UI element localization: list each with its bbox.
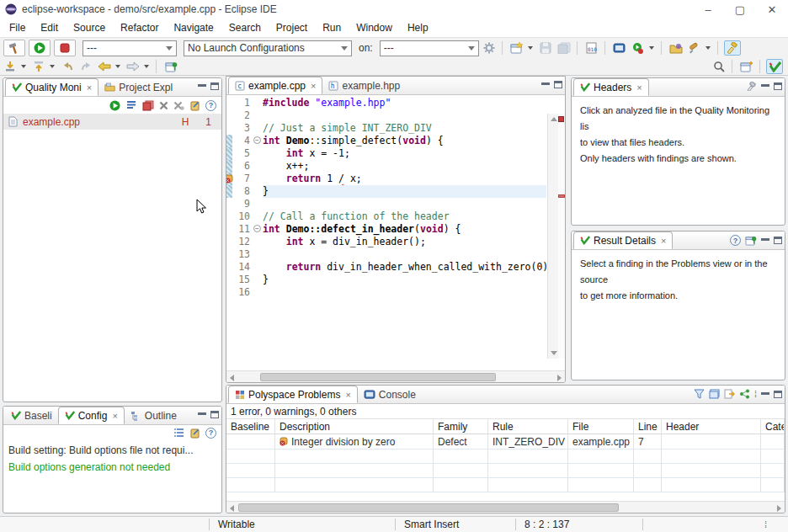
new-wizard-dropdown-caret[interactable]: [528, 46, 533, 50]
code-line-16[interactable]: 16: [226, 286, 546, 299]
open-report-icon[interactable]: [189, 100, 200, 111]
code-line-7[interactable]: 7 return 1 / x;: [226, 173, 546, 185]
tab-example-hpp[interactable]: h example.hpp: [322, 77, 406, 94]
code-line-11[interactable]: 11−int Demo::defect_in_header(void) {: [226, 223, 546, 236]
menu-search[interactable]: Search: [221, 20, 269, 35]
tab-polyspace-problems[interactable]: Polyspace Problems ×: [228, 386, 358, 403]
code-line-10[interactable]: 10// Call a function of the header: [226, 210, 546, 223]
maximize-panel-icon[interactable]: [210, 411, 219, 418]
export-log-icon[interactable]: [724, 389, 735, 399]
run-polyspace-button[interactable]: [29, 40, 51, 56]
save-all-icon[interactable]: [556, 40, 572, 56]
run-analysis-icon[interactable]: [109, 100, 120, 111]
code-line-1[interactable]: 1#include "example.hpp": [226, 97, 546, 109]
console-icon[interactable]: [611, 40, 628, 56]
close-tab-icon[interactable]: ×: [311, 81, 316, 91]
pin-view-icon[interactable]: [745, 236, 757, 246]
open-folder-icon[interactable]: [668, 40, 684, 56]
scroll-right-icon[interactable]: [777, 505, 781, 512]
code-line-5[interactable]: 5 int x = -1;: [226, 147, 546, 160]
tab-result-details[interactable]: Result Details ×: [573, 231, 673, 249]
column-header-baseline[interactable]: Baseline: [226, 419, 275, 434]
menu-run[interactable]: Run: [315, 20, 349, 35]
tab-baseline[interactable]: Baseli: [5, 407, 58, 424]
code-line-8[interactable]: 8}: [226, 185, 546, 198]
help-icon[interactable]: ?: [205, 100, 216, 111]
column-header-line[interactable]: Line: [634, 419, 662, 434]
minimize-panel-icon[interactable]: [761, 392, 769, 399]
menu-navigate[interactable]: Navigate: [166, 20, 221, 35]
maximize-panel-icon[interactable]: [210, 82, 219, 90]
minimize-panel-icon[interactable]: [198, 412, 206, 419]
column-header-rule[interactable]: Rule: [488, 419, 568, 434]
maximize-panel-icon[interactable]: [774, 237, 782, 244]
code-line-6[interactable]: 6 x++;: [226, 160, 546, 173]
last-edit-dropdown-caret[interactable]: [21, 65, 26, 68]
tab-headers[interactable]: Headers ×: [573, 78, 649, 96]
tab-configuration[interactable]: Config ×: [58, 407, 125, 424]
options-list-icon[interactable]: [173, 428, 184, 438]
next-annotation-dropdown-caret[interactable]: [50, 65, 55, 68]
tab-quality-monitoring[interactable]: Quality Moni ×: [5, 78, 98, 96]
scroll-left-icon[interactable]: [230, 505, 234, 512]
launch-configuration-combo[interactable]: No Launch Configurations: [184, 40, 352, 56]
fold-marker-icon[interactable]: −: [253, 223, 263, 236]
problems-horizontal-scrollbar[interactable]: [226, 501, 785, 513]
tab-project-explorer[interactable]: Project Expl: [98, 78, 178, 96]
code-line-2[interactable]: 2: [226, 109, 546, 122]
tab-console[interactable]: Console: [358, 386, 422, 403]
search-icon[interactable]: [711, 59, 727, 74]
pin-editor-icon[interactable]: [162, 59, 179, 74]
clear-icon[interactable]: [746, 82, 757, 91]
maximize-panel-icon[interactable]: [774, 391, 782, 398]
next-annotation-icon[interactable]: [30, 59, 47, 74]
close-tab-icon[interactable]: ×: [345, 390, 350, 400]
scrollbar-thumb[interactable]: [238, 503, 619, 512]
save-icon[interactable]: [537, 40, 554, 56]
maximize-panel-icon[interactable]: [774, 82, 782, 90]
close-tab-icon[interactable]: ×: [87, 82, 92, 93]
polyspace-perspective-icon[interactable]: [766, 59, 783, 74]
overview-ruler[interactable]: [558, 114, 565, 359]
menu-source[interactable]: Source: [66, 20, 113, 35]
rocket-dropdown-caret[interactable]: [705, 46, 711, 50]
build-hammer-button[interactable]: [3, 40, 25, 56]
menu-help[interactable]: Help: [400, 20, 436, 35]
code-line-12[interactable]: 12 int x = div_in_header();: [226, 236, 546, 248]
close-tab-icon[interactable]: ×: [112, 411, 117, 421]
scroll-left-icon[interactable]: [230, 375, 234, 381]
menu-window[interactable]: Window: [349, 20, 400, 35]
show-log-icon[interactable]: [125, 100, 137, 110]
help-icon[interactable]: ?: [205, 428, 216, 439]
analyzed-file-row[interactable]: example.cpp H 1: [3, 114, 221, 130]
code-line-4[interactable]: 4−int Demo::simple_defect(void) {: [226, 135, 546, 147]
run-dropdown-caret[interactable]: [649, 46, 654, 50]
scrollbar-thumb[interactable]: [260, 373, 496, 381]
binary-file-icon[interactable]: 010: [583, 40, 600, 56]
open-perspective-icon[interactable]: [738, 59, 755, 74]
polyspace-config-combo[interactable]: ---: [83, 40, 177, 56]
back-history-icon[interactable]: [59, 59, 76, 74]
forward-history-icon[interactable]: [77, 59, 94, 74]
remove-icon[interactable]: [159, 101, 168, 110]
menu-refactor[interactable]: Refactor: [113, 20, 166, 35]
target-combo[interactable]: ---: [380, 40, 479, 56]
scroll-down-icon[interactable]: [551, 351, 557, 355]
editor-vertical-scrollbar[interactable]: [547, 114, 558, 359]
minimize-panel-icon[interactable]: [761, 84, 769, 91]
error-gutter-icon[interactable]: [226, 173, 232, 185]
scroll-up-icon[interactable]: [551, 117, 557, 121]
column-header-cate[interactable]: Cate: [761, 419, 785, 434]
last-edit-location-icon[interactable]: [2, 59, 19, 74]
code-line-3[interactable]: 3// Just a simple INT_ZERO_DIV: [226, 122, 546, 135]
close-tab-icon[interactable]: ×: [661, 236, 666, 246]
column-header-family[interactable]: Family: [434, 419, 488, 434]
minimize-panel-icon[interactable]: [761, 238, 769, 245]
maximize-editor-icon[interactable]: [554, 81, 562, 88]
fold-marker-icon[interactable]: −: [253, 135, 263, 147]
group-view-icon[interactable]: [709, 389, 720, 399]
new-wizard-icon[interactable]: [508, 40, 525, 56]
menu-edit[interactable]: Edit: [33, 20, 66, 35]
column-header-file[interactable]: File: [568, 419, 634, 434]
scroll-right-icon[interactable]: [557, 375, 562, 381]
